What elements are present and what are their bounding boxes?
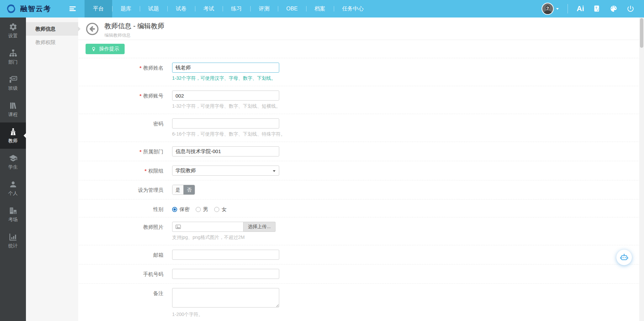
gender-option-male[interactable]: 男 <box>196 206 208 213</box>
permission-group-select[interactable]: 学院教师 <box>172 166 279 176</box>
field-label: *权限组 <box>79 166 172 176</box>
sidebar-item-teachers[interactable]: 教师 <box>0 122 26 149</box>
logo-icon <box>5 3 17 14</box>
robot-icon <box>619 253 629 262</box>
feedback-doc-icon[interactable]: ? <box>593 5 601 13</box>
form-row-phone: 手机号码 <box>79 264 643 283</box>
sidebar-item-departments[interactable]: 部门 <box>0 44 26 70</box>
gender-radio-group: 保密 男 女 <box>172 204 643 213</box>
field-label: 教师照片 <box>79 222 172 241</box>
collapse-menu-icon[interactable] <box>67 0 85 17</box>
menu-item-practice[interactable]: 练习 <box>223 0 250 17</box>
chevron-down-icon <box>556 8 559 10</box>
topbar-right: ? Ai ? <box>542 0 644 17</box>
back-button[interactable] <box>86 22 99 37</box>
menu-item-exams[interactable]: 考试 <box>195 0 223 17</box>
menu-item-platform[interactable]: 平台 <box>85 0 112 17</box>
main-menu: 平台 题库 试题 试卷 考试 练习 评测 OBE 档案 任务中心 <box>85 0 372 17</box>
user-menu[interactable]: ? <box>542 3 559 15</box>
tips-bar: 操作提示 <box>78 40 644 58</box>
field-label: *教师姓名 <box>79 63 172 81</box>
menu-item-task-center[interactable]: 任务中心 <box>334 0 372 17</box>
field-label: 设为管理员 <box>79 185 172 195</box>
field-label: 手机号码 <box>79 269 172 279</box>
radio-icon <box>214 207 219 212</box>
books-icon <box>9 101 18 110</box>
field-label: *教师账号 <box>79 91 172 109</box>
menu-item-papers[interactable]: 试卷 <box>167 0 195 17</box>
teacher-podium-icon <box>9 128 18 136</box>
page-title: 教师信息 - 编辑教师 <box>104 22 164 31</box>
subsidebar-item-teacher-info[interactable]: 教师信息 <box>26 22 78 36</box>
brand: 融智云考 <box>0 0 67 17</box>
sidebar-item-personal[interactable]: 个人 <box>0 175 26 201</box>
sidebar-item-students[interactable]: 学生 <box>0 149 26 175</box>
bar-chart-icon <box>9 233 18 241</box>
page-subtitle: 编辑教师信息 <box>104 32 164 38</box>
gender-option-secret[interactable]: 保密 <box>172 206 190 213</box>
back-arrow-icon <box>86 22 99 36</box>
operation-tips-label: 操作提示 <box>99 46 119 52</box>
teacher-form: *教师姓名 1-32个字符，可使用汉字、字母、数字、下划线。 *教师账号 1-3… <box>78 58 644 321</box>
teacher-account-input[interactable] <box>172 91 279 101</box>
sidebar-item-label: 教师 <box>8 138 18 144</box>
menu-item-questions[interactable]: 试题 <box>140 0 167 17</box>
remarks-textarea[interactable] <box>172 288 279 308</box>
required-asterisk: * <box>144 168 147 174</box>
menu-item-archives[interactable]: 档案 <box>306 0 334 17</box>
avatar[interactable]: ? <box>542 3 554 15</box>
form-row-photo: 教师照片 选择上传... 支持jpg、png格式图片，不超过2M <box>79 217 643 245</box>
sidebar-item-classes[interactable]: 班级 <box>0 70 26 96</box>
photo-filename-box[interactable] <box>172 222 244 232</box>
selected-option: 学院教师 <box>175 168 196 174</box>
page-scrollbar[interactable] <box>639 17 644 321</box>
menu-item-obe[interactable]: OBE <box>278 0 306 17</box>
field-helper: 支持jpg、png格式图片，不超过2M <box>172 235 643 241</box>
sidebar-item-label: 学生 <box>8 164 18 170</box>
required-asterisk: * <box>139 65 141 71</box>
menu-item-question-bank[interactable]: 题库 <box>112 0 140 17</box>
field-helper: 1-200个字符。 <box>172 312 643 318</box>
field-label: 性别 <box>79 204 172 213</box>
sidebar-item-label: 设置 <box>8 33 18 39</box>
building-icon <box>9 206 18 215</box>
field-label: 密码 <box>79 118 172 137</box>
email-input[interactable] <box>172 250 279 260</box>
gender-option-female[interactable]: 女 <box>214 206 227 213</box>
ai-robot-fab[interactable] <box>616 250 632 265</box>
teacher-name-input[interactable] <box>172 63 279 73</box>
field-label: *所属部门 <box>79 146 172 156</box>
password-input[interactable] <box>172 118 279 129</box>
field-helper: 1-32个字符，可使用字母、数字、下划线、短横线。 <box>172 103 643 109</box>
lightbulb-icon <box>91 46 96 52</box>
theme-palette-icon[interactable] <box>610 5 618 13</box>
graduation-cap-icon <box>9 154 18 163</box>
ai-assistant-button[interactable]: Ai <box>577 4 584 13</box>
sidebar-item-courses[interactable]: 课程 <box>0 96 26 122</box>
field-label: 邮箱 <box>79 250 172 260</box>
sidebar-item-settings[interactable]: 设置 <box>0 17 26 44</box>
choose-upload-button[interactable]: 选择上传... <box>244 222 276 232</box>
sidebar-item-label: 统计 <box>8 243 18 249</box>
admin-toggle-no[interactable]: 否 <box>184 185 195 194</box>
field-helper: 1-32个字符，可使用汉字、字母、数字、下划线。 <box>172 75 643 81</box>
org-chart-icon <box>9 49 18 58</box>
department-input[interactable] <box>172 146 279 156</box>
topbar: 融智云考 平台 题库 试题 试卷 考试 练习 评测 OBE 档案 任务中心 ? … <box>0 0 644 17</box>
menu-item-evaluation[interactable]: 评测 <box>250 0 278 17</box>
admin-toggle-yes[interactable]: 是 <box>172 185 184 194</box>
sidebar-item-statistics[interactable]: 统计 <box>0 227 26 254</box>
form-row-email: 邮箱 <box>79 245 643 264</box>
phone-input[interactable] <box>172 269 279 279</box>
form-row-gender: 性别 保密 男 女 <box>79 199 643 217</box>
sidebar-item-exam-rooms[interactable]: 考场 <box>0 201 26 227</box>
field-label: 备注 <box>79 288 172 318</box>
subsidebar-item-teacher-permissions[interactable]: 教师权限 <box>26 36 78 49</box>
operation-tips-button[interactable]: 操作提示 <box>86 44 125 54</box>
scrollbar-thumb[interactable] <box>640 18 643 48</box>
logout-power-icon[interactable] <box>626 5 635 13</box>
chevron-down-icon <box>273 170 276 172</box>
required-asterisk: * <box>139 93 141 99</box>
form-row-remarks: 备注 1-200个字符。 <box>79 283 643 321</box>
main-content: 教师信息 - 编辑教师 编辑教师信息 操作提示 *教师姓名 1-32个字符，可使… <box>78 17 644 321</box>
